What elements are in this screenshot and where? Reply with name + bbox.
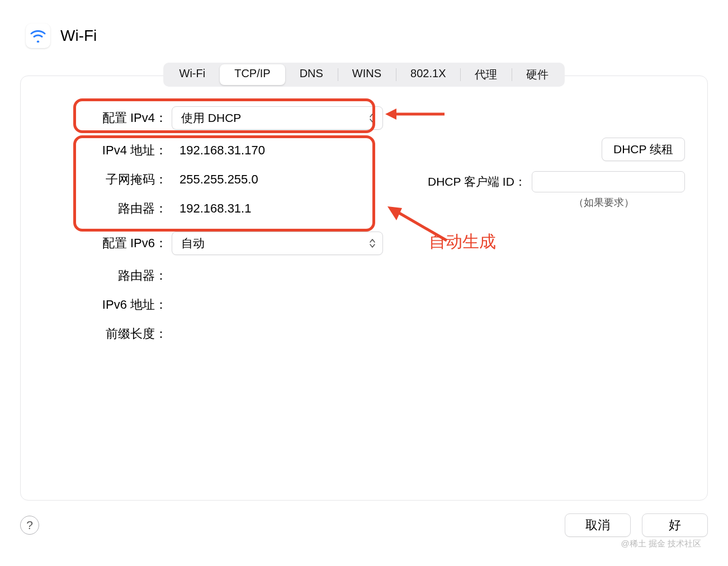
dhcp-side: DHCP 续租 DHCP 客户端 ID： （如果要求）: [428, 138, 685, 209]
tab-8021x[interactable]: 802.1X: [396, 64, 460, 85]
settings-panel: 配置 IPv4： 使用 DHCP IPv4 地址： 192.168.31.170…: [20, 76, 708, 501]
tab-hardware[interactable]: 硬件: [512, 64, 563, 85]
chevron-up-down-icon: [369, 113, 376, 123]
configure-ipv4-label: 配置 IPv4：: [41, 110, 172, 126]
dhcp-client-id-label: DHCP 客户端 ID：: [428, 174, 526, 190]
tab-tcpip[interactable]: TCP/IP: [220, 64, 285, 85]
watermark: @稀土 掘金 技术社区: [621, 539, 701, 549]
svg-marker-1: [385, 109, 396, 120]
ok-button[interactable]: 好: [642, 513, 708, 537]
subnet-mask-label: 子网掩码：: [41, 171, 172, 188]
tab-bar: Wi-Fi TCP/IP DNS WINS 802.1X 代理 硬件: [0, 63, 728, 87]
tab-wifi[interactable]: Wi-Fi: [165, 64, 220, 85]
ipv4-address-value: 192.168.31.170: [172, 143, 265, 158]
arrow-icon: [384, 104, 446, 124]
help-button[interactable]: ?: [20, 516, 39, 535]
subnet-mask-value: 255.255.255.0: [172, 172, 258, 187]
dhcp-renew-button[interactable]: DHCP 续租: [602, 138, 685, 161]
header: Wi-Fi: [0, 0, 728, 58]
dhcp-client-id-hint: （如果要求）: [428, 196, 685, 209]
ipv4-address-label: IPv4 地址：: [41, 142, 172, 159]
annotation-text: 自动生成: [429, 230, 496, 253]
tab-group: Wi-Fi TCP/IP DNS WINS 802.1X 代理 硬件: [163, 63, 565, 87]
tab-wins[interactable]: WINS: [338, 64, 396, 85]
page-title: Wi-Fi: [60, 27, 97, 45]
configure-ipv6-value: 自动: [181, 235, 205, 251]
router-label: 路由器：: [41, 200, 172, 217]
ipv6-address-label: IPv6 地址：: [41, 296, 172, 313]
chevron-up-down-icon: [369, 238, 376, 248]
footer: ? 取消 好: [20, 513, 708, 537]
cancel-button[interactable]: 取消: [565, 513, 631, 537]
form-left: 配置 IPv4： 使用 DHCP IPv4 地址： 192.168.31.170…: [41, 106, 399, 342]
router-value: 192.168.31.1: [172, 201, 251, 216]
configure-ipv6-select[interactable]: 自动: [172, 232, 383, 255]
tab-proxy[interactable]: 代理: [460, 64, 512, 85]
router6-label: 路由器：: [41, 267, 172, 284]
configure-ipv4-value: 使用 DHCP: [181, 110, 241, 126]
wifi-icon: [26, 23, 50, 48]
dhcp-client-id-input[interactable]: [532, 171, 685, 192]
configure-ipv4-select[interactable]: 使用 DHCP: [172, 106, 383, 130]
prefix-length-label: 前缀长度：: [41, 326, 172, 342]
configure-ipv6-label: 配置 IPv6：: [41, 235, 172, 252]
tab-dns[interactable]: DNS: [285, 64, 338, 85]
